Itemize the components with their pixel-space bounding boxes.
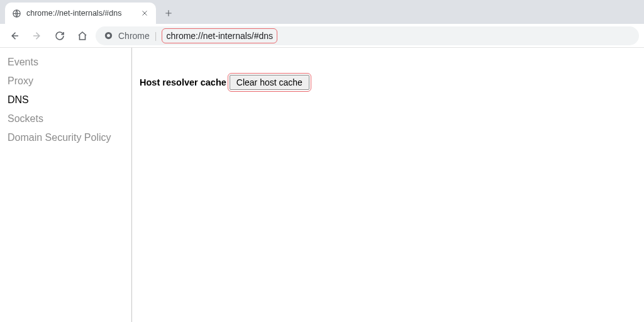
site-label: Chrome <box>118 31 150 41</box>
sidebar-item-label: Events <box>8 57 38 67</box>
url-highlight: chrome://net-internals/#dns <box>162 28 277 43</box>
reload-button[interactable] <box>50 26 69 45</box>
address-bar[interactable]: Chrome | chrome://net-internals/#dns <box>96 26 639 45</box>
sidebar-item-label: DNS <box>8 94 29 105</box>
sidebar: Events Proxy DNS Sockets Domain Security… <box>0 48 132 322</box>
sidebar-item-sockets[interactable]: Sockets <box>0 109 131 128</box>
sidebar-item-domain-security-policy[interactable]: Domain Security Policy <box>0 128 131 147</box>
sidebar-item-proxy[interactable]: Proxy <box>0 72 131 91</box>
sidebar-item-label: Domain Security Policy <box>8 132 111 143</box>
new-tab-button[interactable] <box>160 4 177 22</box>
chrome-icon <box>103 31 113 41</box>
sidebar-item-label: Proxy <box>8 75 33 86</box>
toolbar: Chrome | chrome://net-internals/#dns <box>0 24 644 48</box>
sidebar-item-dns[interactable]: DNS <box>0 91 131 109</box>
globe-icon <box>11 8 21 18</box>
sidebar-item-events[interactable]: Events <box>0 53 131 72</box>
svg-point-2 <box>107 34 110 37</box>
tab-strip: chrome://net-internals/#dns <box>0 0 644 24</box>
clear-host-cache-button[interactable]: Clear host cache <box>230 75 309 90</box>
button-highlight: Clear host cache <box>228 73 311 92</box>
home-button[interactable] <box>73 26 92 45</box>
page-body: Events Proxy DNS Sockets Domain Security… <box>0 48 644 322</box>
browser-tab[interactable]: chrome://net-internals/#dns <box>5 3 156 24</box>
forward-button[interactable] <box>28 26 47 45</box>
separator: | <box>155 31 157 41</box>
host-resolver-row: Host resolver cache Clear host cache <box>140 73 636 92</box>
back-button[interactable] <box>5 26 24 45</box>
tab-title: chrome://net-internals/#dns <box>26 9 135 18</box>
main-content: Host resolver cache Clear host cache <box>132 48 644 322</box>
host-resolver-label: Host resolver cache <box>140 77 226 87</box>
sidebar-item-label: Sockets <box>8 113 43 124</box>
url-text: chrome://net-internals/#dns <box>166 31 273 41</box>
close-tab-icon[interactable] <box>140 8 150 18</box>
